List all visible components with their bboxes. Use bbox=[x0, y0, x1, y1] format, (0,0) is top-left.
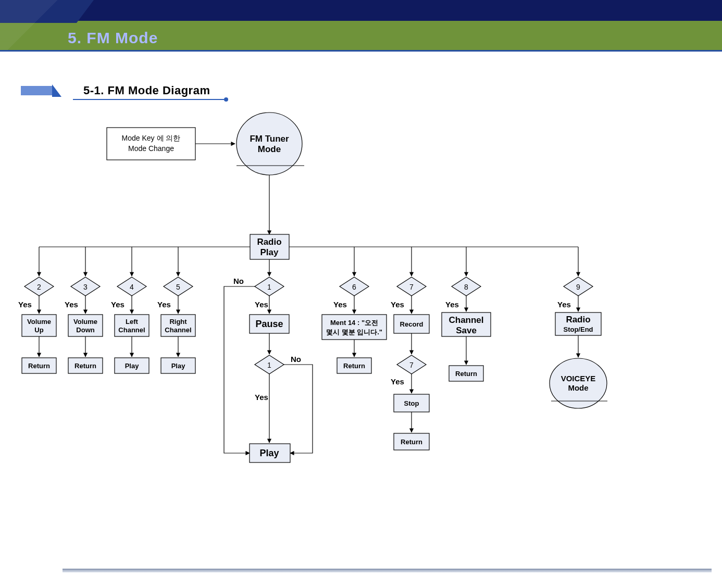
voldown-text2: Down bbox=[76, 326, 94, 334]
decision-4: 4 bbox=[117, 277, 146, 296]
yes-label-d7a: Yes bbox=[391, 300, 404, 309]
voiceye-text2: Mode bbox=[568, 383, 588, 392]
node-right-channel: Right Channel bbox=[161, 315, 195, 336]
node-return-7: Return bbox=[394, 433, 429, 450]
play5-text: Play bbox=[171, 362, 186, 370]
yes-label-d4: Yes bbox=[111, 300, 125, 309]
node-voiceye-mode: VOICEYE Mode bbox=[550, 358, 607, 408]
page: 5. FM Mode 5-1. FM Mode Diagram Mode Key… bbox=[0, 0, 722, 588]
node-mode-change: Mode Key 에 의한 Mode Change bbox=[107, 128, 195, 160]
decision-7a: 7 bbox=[397, 277, 426, 296]
no-label-d1b: No bbox=[291, 355, 301, 364]
decision-3-num: 3 bbox=[83, 283, 88, 291]
node-stop: Stop bbox=[394, 394, 429, 412]
return-2-text: Return bbox=[28, 362, 50, 370]
node-return-3: Return bbox=[68, 358, 103, 373]
yes-label-d3: Yes bbox=[65, 300, 78, 309]
decision-2-num: 2 bbox=[37, 283, 41, 291]
leftch-text2: Channel bbox=[118, 326, 145, 334]
node-left-channel: Left Channel bbox=[115, 315, 149, 336]
decision-1b: 1 bbox=[255, 355, 284, 374]
subsection-dot-icon bbox=[224, 97, 228, 102]
return-6-text: Return bbox=[343, 362, 365, 370]
yes-label-d9: Yes bbox=[557, 300, 571, 309]
decision-4-num: 4 bbox=[130, 283, 134, 291]
decision-9-num: 9 bbox=[576, 283, 580, 291]
rightch-text2: Channel bbox=[165, 326, 191, 334]
decision-9: 9 bbox=[564, 277, 593, 296]
radiostop-text2: Stop/End bbox=[563, 326, 593, 333]
node-play-4: Play bbox=[115, 358, 149, 373]
fm-tuner-text-2: Mode bbox=[258, 144, 281, 154]
subsection-underline bbox=[73, 99, 224, 100]
leftch-text1: Left bbox=[126, 318, 139, 326]
svg-rect-0 bbox=[107, 128, 195, 160]
page-section-title: 5. FM Mode bbox=[68, 29, 158, 47]
decision-5-num: 5 bbox=[176, 283, 180, 291]
edge-d1b-no-play bbox=[284, 365, 313, 453]
node-return-2: Return bbox=[22, 358, 56, 373]
node-ment14: Ment 14 : "오전 몇시 몇분 입니다." bbox=[322, 315, 387, 340]
yes-label-d6: Yes bbox=[333, 300, 347, 309]
radio-play-text-1: Radio bbox=[257, 237, 281, 247]
node-radio-stop: Radio Stop/End bbox=[555, 312, 601, 335]
decision-3: 3 bbox=[71, 277, 100, 296]
decision-7b: 7 bbox=[397, 355, 426, 374]
node-volume-up: Volume Up bbox=[22, 315, 56, 336]
radiostop-text1: Radio bbox=[566, 315, 590, 324]
decision-1a: 1 bbox=[255, 277, 284, 296]
node-radio-play: Radio Play bbox=[250, 234, 289, 259]
vol-up-text2: Up bbox=[34, 326, 43, 334]
decision-7b-num: 7 bbox=[409, 361, 414, 369]
ment14-text2: 몇시 몇분 입니다." bbox=[326, 328, 382, 336]
stop-text: Stop bbox=[404, 399, 419, 407]
chsave-text2: Save bbox=[456, 326, 477, 335]
pause-text: Pause bbox=[255, 319, 283, 329]
mode-change-text-1: Mode Key 에 의한 bbox=[122, 134, 181, 142]
rightch-text1: Right bbox=[169, 318, 187, 326]
subsection-title: 5-1. FM Mode Diagram bbox=[83, 84, 210, 97]
subsection-bar-icon bbox=[21, 86, 52, 95]
yes-label-d1a: Yes bbox=[255, 300, 268, 309]
flowchart: Mode Key 에 의한 Mode Change FM Tuner Mode … bbox=[0, 104, 722, 536]
header-underline bbox=[0, 50, 722, 52]
play4-text: Play bbox=[125, 362, 140, 370]
yes-label-d1b: Yes bbox=[255, 393, 268, 402]
node-channel-save: Channel Save bbox=[442, 312, 491, 336]
header-bar: 5. FM Mode bbox=[0, 0, 722, 53]
return-8-text: Return bbox=[455, 370, 477, 378]
yes-label-d5: Yes bbox=[157, 300, 171, 309]
decision-2: 2 bbox=[24, 277, 54, 296]
decision-1a-num: 1 bbox=[267, 283, 271, 291]
radio-play-text-2: Play bbox=[260, 247, 279, 257]
mode-change-text-2: Mode Change bbox=[128, 144, 174, 153]
subsection-heading: 5-1. FM Mode Diagram bbox=[21, 84, 229, 99]
decision-1b-num: 1 bbox=[267, 361, 271, 369]
ment14-text1: Ment 14 : "오전 bbox=[330, 319, 378, 327]
subsection-arrow-icon bbox=[52, 84, 61, 97]
return-3-text: Return bbox=[74, 362, 96, 370]
voldown-text1: Volume bbox=[73, 318, 97, 326]
yes-label-d7b: Yes bbox=[391, 377, 404, 386]
node-play-main: Play bbox=[250, 444, 290, 462]
vol-up-text1: Volume bbox=[27, 318, 51, 326]
yes-label-d2: Yes bbox=[18, 300, 32, 309]
decision-8: 8 bbox=[452, 277, 481, 296]
footer-bar bbox=[63, 569, 712, 572]
node-volume-down: Volume Down bbox=[68, 315, 103, 336]
decision-6-num: 6 bbox=[352, 283, 356, 291]
decision-7a-num: 7 bbox=[409, 283, 414, 291]
play-main-text: Play bbox=[259, 448, 279, 458]
node-pause: Pause bbox=[250, 315, 289, 333]
node-play-5: Play bbox=[161, 358, 195, 373]
decision-8-num: 8 bbox=[464, 283, 468, 291]
node-record: Record bbox=[394, 315, 429, 333]
decision-6: 6 bbox=[340, 277, 369, 296]
voiceye-text1: VOICEYE bbox=[561, 374, 596, 383]
decision-5: 5 bbox=[164, 277, 193, 296]
node-return-8: Return bbox=[449, 366, 483, 381]
chsave-text1: Channel bbox=[449, 315, 483, 325]
fm-tuner-text-1: FM Tuner bbox=[250, 134, 289, 144]
node-return-6: Return bbox=[337, 358, 371, 373]
yes-label-d8: Yes bbox=[445, 300, 459, 309]
